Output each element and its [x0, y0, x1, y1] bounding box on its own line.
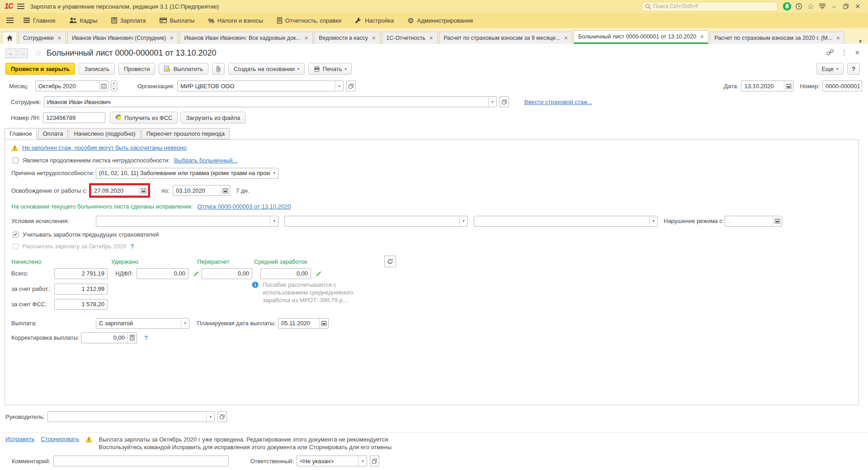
history-icon[interactable]	[793, 3, 805, 10]
chevron-down-icon[interactable]: ▾	[359, 456, 367, 466]
menu-item-payments[interactable]: Выплаты	[154, 13, 200, 28]
reverse-document-link[interactable]: Сторнировать	[41, 436, 79, 442]
payment-adjustment-hint[interactable]: ?	[144, 334, 148, 341]
organization-field[interactable]: МИР ЦВЕТОВ ООО ▾	[177, 81, 344, 91]
fix-document-link[interactable]: Исправить	[5, 436, 34, 442]
responsible-open-button[interactable]	[370, 456, 379, 466]
get-from-fss-button[interactable]: Получить из ФСС	[110, 112, 178, 123]
create-based-on-button[interactable]: Создать на основании▾	[228, 63, 305, 75]
menu-item-main[interactable]: Главное	[18, 13, 61, 28]
tab-insurance-9m[interactable]: Расчет по страховым взносам за 9 месяце.…	[439, 32, 572, 44]
main-menu-icon[interactable]	[17, 4, 24, 9]
post-and-close-button[interactable]: Провести и закрыть	[5, 63, 75, 75]
edit-pencil-icon[interactable]	[316, 271, 322, 277]
tab-overflow-button[interactable]: ▼	[854, 39, 866, 44]
menu-item-administration[interactable]: ⚙ Администрирование	[402, 13, 478, 28]
tab-sick-leave-active[interactable]: Больничный лист 0000-000001 от 13.10.202…	[574, 30, 708, 44]
sections-menu-icon[interactable]	[6, 18, 14, 23]
pay-button[interactable]: Выплатить	[159, 63, 208, 75]
close-window-button[interactable]: ✕	[852, 3, 863, 10]
restore-button[interactable]	[840, 4, 852, 9]
ndfl-field[interactable]: 0,00	[137, 268, 189, 279]
favorite-star-icon[interactable]: ☆	[34, 48, 42, 58]
calc-condition-field-1[interactable]: ▾	[96, 216, 278, 227]
no-experience-warning-link[interactable]: Не заполнен стаж, пособия могут быть рас…	[22, 144, 187, 151]
search-input[interactable]	[653, 3, 774, 9]
manager-field[interactable]: ▾	[47, 411, 215, 422]
tools-menu-icon[interactable]	[816, 3, 828, 9]
chevron-down-icon[interactable]: ▾	[270, 216, 278, 226]
calendar-icon[interactable]	[784, 81, 793, 91]
recalc-field[interactable]: 0,00	[202, 268, 252, 279]
tab-close-icon[interactable]: ✕	[700, 34, 704, 40]
tab-close-icon[interactable]: ✕	[429, 35, 433, 41]
calendar-icon[interactable]	[221, 185, 230, 195]
chevron-down-icon[interactable]: ▾	[181, 318, 189, 328]
regime-violation-field[interactable]: . .	[725, 216, 782, 227]
print-button[interactable]: Печать▾	[308, 63, 352, 75]
more-button[interactable]: Еще▾	[816, 63, 844, 75]
month-stepper[interactable]: ▲▼	[111, 81, 117, 91]
refresh-button[interactable]	[384, 256, 396, 267]
menu-item-reports[interactable]: Отчетность, справки	[271, 13, 347, 28]
calc-condition-field-3[interactable]: ▾	[474, 216, 658, 227]
menu-item-taxes[interactable]: % Налоги и взносы	[203, 13, 268, 28]
chevron-down-icon[interactable]: ▾	[335, 81, 343, 91]
home-tab[interactable]	[2, 32, 17, 44]
get-link-icon[interactable]	[826, 49, 834, 56]
calc-condition-field-2[interactable]: ▾	[284, 216, 468, 227]
doc-tab-accrued-detail[interactable]: Начислено (подробно)	[69, 128, 140, 139]
choose-sick-leave-link[interactable]: Выбрать больничный...	[174, 157, 238, 164]
chevron-down-icon[interactable]: ▾	[270, 168, 278, 178]
tab-employee-card[interactable]: Иванов Иван Иванович (Сотрудник)✕	[67, 32, 178, 44]
employee-open-button[interactable]	[500, 96, 509, 107]
more-dots-icon[interactable]: ⋮	[841, 48, 848, 57]
tab-close-icon[interactable]: ✕	[57, 35, 61, 41]
release-from-field[interactable]: 27.09.2020	[91, 185, 148, 196]
favorites-star-icon[interactable]: ☆	[805, 2, 816, 11]
manager-open-button[interactable]	[217, 411, 227, 422]
organization-open-button[interactable]	[346, 81, 356, 91]
insurance-record-link[interactable]: Ввести страховой стаж...	[524, 99, 592, 105]
doc-tab-recalc-past[interactable]: Пересчет прошлого периода	[142, 128, 230, 139]
calendar-icon[interactable]	[319, 318, 328, 328]
tab-close-icon[interactable]: ✕	[564, 35, 568, 41]
doc-tab-main[interactable]: Главное	[5, 128, 37, 139]
menu-item-salary[interactable]: Зарплата	[106, 13, 151, 28]
chevron-down-icon[interactable]: ▾	[488, 97, 496, 107]
tab-hr-docs[interactable]: Иванов Иван Иванович: Все кадровые док..…	[179, 32, 313, 44]
release-to-field[interactable]: 03.10.2020	[173, 185, 230, 196]
calc-salary-hint[interactable]: ?	[130, 243, 134, 250]
date-field[interactable]: 13.10.2020	[741, 81, 793, 91]
global-search[interactable]	[642, 2, 778, 11]
doc-tab-payment[interactable]: Оплата	[38, 128, 68, 139]
payment-adjustment-field[interactable]: 0,00	[81, 332, 137, 343]
load-from-file-button[interactable]: Загрузить из файла	[180, 112, 245, 123]
chevron-down-icon[interactable]: ▾	[206, 412, 214, 422]
back-button[interactable]: ←	[5, 48, 16, 58]
tab-close-icon[interactable]: ✕	[170, 35, 174, 41]
tab-close-icon[interactable]: ✕	[836, 35, 840, 41]
tab-close-icon[interactable]: ✕	[304, 35, 308, 41]
tab-insurance-2020[interactable]: Расчет по страховым взносам за 2020 г. (…	[710, 32, 844, 44]
notifications-bell-icon[interactable]	[781, 2, 793, 11]
avg-earnings-field[interactable]: 0,00	[260, 268, 311, 279]
number-field[interactable]: 0000-000001	[822, 81, 862, 91]
forward-button[interactable]: →	[17, 48, 28, 58]
save-button[interactable]: Записать	[79, 63, 115, 75]
fss-paid-field[interactable]: 1 578,20	[54, 299, 108, 310]
responsible-field[interactable]: <Не указан> ▾	[297, 456, 367, 466]
sick-list-number-field[interactable]: 123456789	[43, 112, 105, 123]
month-field[interactable]: Октябрь 2020	[35, 81, 108, 91]
calendar-icon[interactable]	[99, 81, 108, 91]
tab-employees[interactable]: Сотрудники✕	[19, 32, 66, 44]
post-button[interactable]: Провести	[118, 63, 156, 75]
planned-date-field[interactable]: 05.11.2020	[278, 318, 329, 329]
minimize-button[interactable]: –	[828, 3, 840, 10]
prev-employers-checkbox[interactable]	[13, 232, 19, 237]
employee-field[interactable]: Иванов Иван Иванович ▾	[44, 96, 497, 107]
chevron-down-icon[interactable]: ▾	[649, 216, 657, 226]
employer-paid-field[interactable]: 1 212,99	[54, 284, 108, 294]
tab-1c-reporting[interactable]: 1С-Отчетность✕	[382, 32, 438, 44]
attachments-button[interactable]	[212, 63, 225, 75]
